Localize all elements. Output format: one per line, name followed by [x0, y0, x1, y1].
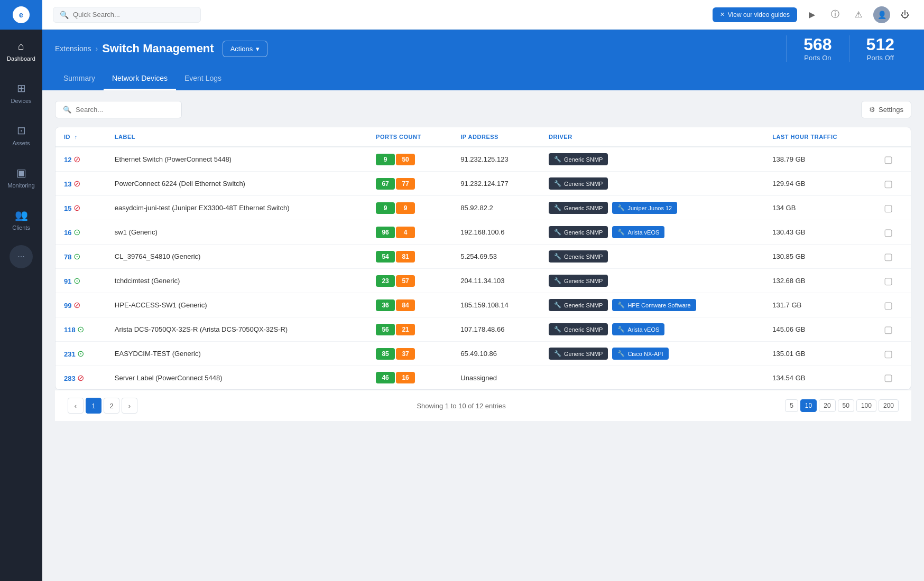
status-on-icon: ⊙ — [73, 252, 80, 261]
row-action-icon[interactable]: ▢ — [884, 349, 893, 359]
table-search[interactable]: 🔍 — [55, 101, 182, 118]
driver-snmp-button[interactable]: 🔧Generic SNMP — [549, 323, 608, 335]
cell-driver: 🔧Generic SNMP — [540, 269, 764, 293]
row-action-icon[interactable]: ▢ — [884, 203, 893, 213]
driver-secondary-button[interactable]: 🔧Arista vEOS — [612, 226, 664, 238]
gear-icon: ⚙ — [869, 106, 875, 114]
sidebar-item-dashboard[interactable]: ⌂ Dashboard — [0, 30, 42, 72]
settings-button[interactable]: ⚙ Settings — [861, 101, 911, 118]
col-header-actions — [875, 127, 911, 147]
per-page-20[interactable]: 20 — [819, 399, 835, 412]
clients-icon: 👥 — [15, 209, 27, 221]
tab-event-logs[interactable]: Event Logs — [176, 68, 230, 90]
breadcrumb-text[interactable]: Extensions — [55, 44, 91, 53]
col-header-id[interactable]: ID ↑ — [56, 127, 106, 147]
driver-secondary-button[interactable]: 🔧HPE Comware Software — [612, 299, 696, 311]
sidebar-item-assets[interactable]: ⊡ Assets — [0, 114, 42, 156]
per-page-200[interactable]: 200 — [879, 399, 899, 412]
cell-id: 16 ⊙ — [56, 220, 106, 245]
power-icon[interactable]: ⏻ — [897, 6, 913, 23]
row-action-icon[interactable]: ▢ — [884, 251, 893, 262]
tab-network-devices[interactable]: Network Devices — [104, 68, 176, 90]
cell-label: HPE-ACCESS-SW1 (Generic) — [106, 293, 367, 317]
driver-secondary-button[interactable]: 🔧Arista vEOS — [612, 323, 664, 335]
row-action-icon[interactable]: ▢ — [884, 154, 893, 165]
sidebar-item-clients[interactable]: 👥 Clients — [0, 199, 42, 241]
actions-label: Actions — [230, 45, 253, 53]
row-action-icon[interactable]: ▢ — [884, 300, 893, 311]
cell-traffic: 134 GB — [764, 196, 875, 220]
info-icon[interactable]: ⓘ — [827, 6, 844, 23]
per-page-5[interactable]: 5 — [785, 399, 798, 412]
col-header-ports-count[interactable]: Ports Count — [367, 127, 452, 147]
wrench-icon: 🔧 — [617, 204, 625, 211]
page-2-button[interactable]: 2 — [104, 398, 119, 414]
per-page-10[interactable]: 10 — [800, 399, 817, 412]
col-header-traffic[interactable]: Last Hour Traffic — [764, 127, 875, 147]
col-header-label[interactable]: Label — [106, 127, 367, 147]
cell-ip: 5.254.69.53 — [452, 245, 540, 269]
per-page-50[interactable]: 50 — [838, 399, 854, 412]
row-action-icon[interactable]: ▢ — [884, 179, 893, 189]
driver-snmp-button[interactable]: 🔧Generic SNMP — [549, 348, 608, 360]
play-icon[interactable]: ▶ — [803, 6, 820, 23]
driver-snmp-button[interactable]: 🔧Generic SNMP — [549, 275, 608, 287]
table-search-input[interactable] — [76, 106, 174, 114]
col-header-ip[interactable]: IP Address — [452, 127, 540, 147]
sidebar-item-monitoring[interactable]: ▣ Monitoring — [0, 156, 42, 199]
status-off-icon: ⊘ — [73, 155, 80, 164]
cell-traffic: 129.94 GB — [764, 172, 875, 196]
ports-on-badge: 36 — [376, 299, 395, 311]
device-label: Ethernet Switch (PowerConnect 5448) — [115, 155, 232, 163]
cell-label: CL_39764_S4810 (Generic) — [106, 245, 367, 269]
app-logo[interactable]: e — [0, 0, 42, 30]
search-input[interactable] — [73, 11, 194, 18]
monitoring-icon: ▣ — [15, 166, 27, 179]
per-page-100[interactable]: 100 — [856, 399, 876, 412]
status-on-icon: ⊙ — [77, 325, 84, 334]
page-next-button[interactable]: › — [122, 398, 137, 414]
driver-snmp-button[interactable]: 🔧Generic SNMP — [549, 153, 608, 165]
drivers-cell: 🔧Generic SNMP🔧HPE Comware Software — [549, 299, 755, 311]
cell-label: sw1 (Generic) — [106, 220, 367, 245]
page-1-button[interactable]: 1 — [86, 398, 101, 414]
driver-secondary-button[interactable]: 🔧Cisco NX-API — [612, 348, 668, 360]
driver-snmp-button[interactable]: 🔧Generic SNMP — [549, 226, 608, 238]
sidebar-more-button[interactable]: ··· — [10, 245, 33, 268]
global-search[interactable]: 🔍 — [53, 7, 201, 23]
avatar[interactable]: 👤 — [873, 6, 890, 23]
device-label: Server Label (PowerConnect 5448) — [115, 374, 223, 382]
ip-address: 85.92.82.2 — [460, 204, 493, 212]
wrench-icon: 🔧 — [554, 326, 561, 333]
tab-summary-label: Summary — [63, 74, 95, 82]
tab-summary[interactable]: Summary — [55, 68, 104, 90]
driver-snmp-button[interactable]: 🔧Generic SNMP — [549, 202, 608, 214]
driver-secondary-button[interactable]: 🔧Juniper Junos 12 — [612, 202, 677, 214]
sidebar-label-devices: Devices — [11, 98, 31, 104]
ports-on-badge: 46 — [376, 372, 395, 383]
ports-on-badge: 67 — [376, 178, 395, 190]
row-action-icon[interactable]: ▢ — [884, 324, 893, 335]
page-prev-button[interactable]: ‹ — [68, 398, 84, 414]
row-id: 78 — [64, 253, 71, 261]
row-action-icon[interactable]: ▢ — [884, 227, 893, 238]
col-header-driver[interactable]: Driver — [540, 127, 764, 147]
pagination-showing: Showing 1 to 10 of 12 entries — [417, 402, 505, 410]
cell-label: Arista DCS-7050QX-32S-R (Arista DCS-7050… — [106, 317, 367, 342]
ports-off-badge: 84 — [396, 299, 415, 311]
row-action-icon[interactable]: ▢ — [884, 276, 893, 286]
video-guide-button[interactable]: ✕ View our video guides — [713, 7, 797, 22]
actions-button[interactable]: Actions ▾ — [223, 41, 268, 57]
drivers-cell: 🔧Generic SNMP🔧Arista vEOS — [549, 323, 755, 335]
alert-icon[interactable]: ⚠ — [850, 6, 867, 23]
row-action-icon[interactable]: ▢ — [884, 372, 893, 383]
driver-snmp-button[interactable]: 🔧Generic SNMP — [549, 299, 608, 311]
driver-snmp-button[interactable]: 🔧Generic SNMP — [549, 250, 608, 263]
sort-icon: ↑ — [75, 134, 78, 140]
row-id: 15 — [64, 204, 71, 212]
device-label: PowerConnect 6224 (Dell Ethernet Switch) — [115, 180, 245, 188]
driver-snmp-button[interactable]: 🔧Generic SNMP — [549, 177, 608, 190]
wrench-icon: 🔧 — [617, 302, 625, 308]
ip-address: 107.178.48.66 — [460, 325, 504, 333]
sidebar-item-devices[interactable]: ⊞ Devices — [0, 72, 42, 114]
